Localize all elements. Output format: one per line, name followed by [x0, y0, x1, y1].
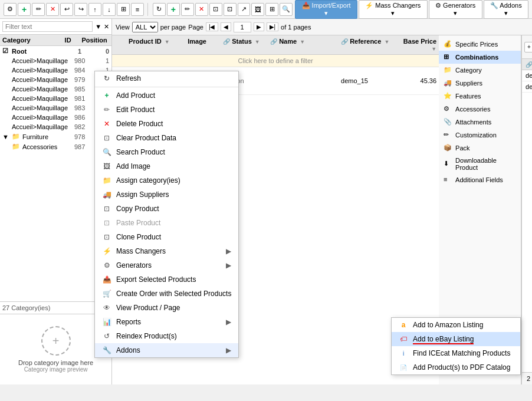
cat-label-979: Accueil>Maquillage — [12, 76, 68, 83]
addons-arrow: ▶ — [226, 346, 231, 354]
sub-item-downloadable[interactable]: ⬇ Downloadable Product — [439, 155, 521, 173]
view-select[interactable]: ALL — [132, 22, 158, 32]
suppliers-label: Suppliers — [455, 80, 482, 87]
sub-item-attachments[interactable]: 📎 Attachments — [439, 116, 521, 129]
prev-page-button[interactable]: ◀ — [221, 22, 231, 31]
add-product-toolbar-button[interactable]: + — [167, 3, 180, 16]
import-export-button[interactable]: 📥 Import/Export ▾ — [295, 0, 357, 19]
redo-button[interactable]: ↪ — [74, 3, 87, 16]
tree-item-root[interactable]: ☑ Root 1 0 — [0, 46, 111, 56]
ctx-view-product[interactable]: 👁 View Product / Page — [95, 301, 238, 315]
mass-changers-arrow: ▶ — [226, 247, 231, 255]
ctx-add-image[interactable]: 🖼 Add Image — [95, 159, 238, 173]
sub-item-specific-prices[interactable]: 💰 Specific Prices — [439, 38, 521, 51]
clear-product-icon: ⊡ — [102, 133, 111, 143]
ctx-paste-product[interactable]: ⊡ Paste Product — [95, 216, 238, 230]
undo-button[interactable]: ↩ — [60, 3, 73, 16]
suppliers-icon: 🚚 — [444, 79, 452, 87]
comb-row-1[interactable]: demo_15_b 18.60 — [522, 70, 532, 81]
ctx-mass-changers-label: Mass Changers — [116, 247, 166, 255]
ctx-generators[interactable]: ⚙ Generators ▶ — [95, 258, 238, 272]
tree-header: Category ID Position — [0, 35, 111, 46]
filter-icon-button[interactable]: ▼ — [95, 23, 101, 30]
col-status[interactable]: 🔗 Status ▼ — [221, 35, 268, 54]
add-combination-button[interactable]: + — [524, 42, 532, 52]
ctx-delete-product[interactable]: ✕ Delete Product — [95, 117, 238, 131]
next-page-button[interactable]: ▶ — [254, 22, 264, 31]
delete-category-button[interactable]: ✕ — [46, 3, 59, 16]
generators-button[interactable]: ⚙ Generators ▾ — [429, 0, 482, 19]
edit-product-toolbar-button[interactable]: ✏ — [181, 3, 194, 16]
refresh-button[interactable]: ↻ — [153, 3, 166, 16]
ctx-reports[interactable]: 📊 Reports ▶ — [95, 315, 238, 329]
ctx-mass-changers[interactable]: ⚡ Mass Changers ▶ — [95, 244, 238, 258]
col-product-id[interactable]: Product ID ▼ — [126, 35, 173, 54]
ctx-clear-product[interactable]: ⊡ Clear Product Data — [95, 131, 238, 145]
generators-ctx-icon: ⚙ — [102, 261, 111, 270]
folder-icon: 📁 — [12, 133, 20, 140]
right-pagination-toolbar: View ALL per page Page |◀ ◀ ▶ ▶| of 1 pa… — [112, 19, 532, 35]
sub-item-accessories[interactable]: ⚙ Accessories — [439, 103, 521, 116]
col-base-price[interactable]: Base Price ▼ — [398, 35, 439, 54]
multi-toolbar-button[interactable]: ⊞ — [265, 3, 278, 16]
specific-prices-icon: 💰 — [444, 40, 452, 48]
filter-clear-button[interactable]: ✕ — [104, 23, 109, 31]
comb-ref-2: demo_15_w — [522, 81, 532, 92]
filter-hint-row[interactable]: Click here to define a filter — [112, 55, 439, 67]
gear-button[interactable]: ⚙ — [4, 3, 17, 16]
addon-pdf[interactable]: 📄 Add Product(s) to PDF Catalog — [392, 360, 520, 374]
addon-amazon[interactable]: a Add to Amazon Listing — [392, 318, 520, 332]
additional-fields-icon: ≡ — [444, 176, 452, 184]
ctx-assign-suppliers[interactable]: 🚚 Assign Suppliers — [95, 188, 238, 202]
comb-table-header: 🔗 Reference Im ✏ — [522, 59, 532, 70]
addon-ebay[interactable]: 🏷 Add to eBay Listing — [392, 332, 520, 346]
filter-input[interactable] — [2, 21, 93, 32]
sub-item-features[interactable]: ⭐ Features — [439, 90, 521, 103]
expand-button[interactable]: ⊞ — [117, 3, 130, 16]
ctx-add-product[interactable]: + Add Product — [95, 88, 238, 103]
ctx-edit-product[interactable]: ✏ Edit Product — [95, 103, 238, 117]
sub-item-suppliers[interactable]: 🚚 Suppliers — [439, 77, 521, 90]
paste-toolbar-button[interactable]: ⊡ — [224, 3, 237, 16]
first-page-button[interactable]: |◀ — [206, 22, 218, 31]
sub-item-category[interactable]: 📁 Category — [439, 64, 521, 77]
ctx-export[interactable]: 📤 Export Selected Products — [95, 272, 238, 287]
ctx-addons[interactable]: 🔧 Addons ▶ — [95, 343, 238, 357]
edit-category-button[interactable]: ✏ — [32, 3, 45, 16]
move-up-button[interactable]: ↑ — [88, 3, 101, 16]
col-reference[interactable]: 🔗 Reference ▼ — [339, 35, 398, 54]
cat-label-983: Accueil>Maquillage — [12, 104, 68, 111]
sub-item-additional-fields[interactable]: ≡ Additional Fields — [439, 173, 521, 186]
add-category-button[interactable]: + — [18, 3, 31, 16]
sub-item-customization[interactable]: ✏ Customization — [439, 129, 521, 142]
move-down-button[interactable]: ↓ — [103, 3, 116, 16]
addons-button[interactable]: 🔧 Addons ▾ — [484, 0, 529, 19]
sub-item-combinations[interactable]: ⊞ Combinations — [439, 51, 521, 64]
copy-toolbar-button[interactable]: ⊡ — [209, 3, 222, 16]
ctx-refresh[interactable]: ↻ Refresh — [95, 71, 238, 86]
combinations-label: Combinations — [455, 54, 498, 61]
ctx-clone-product-label: Clone Product — [116, 233, 161, 241]
delete-product-toolbar-button[interactable]: ✕ — [195, 3, 208, 16]
comb-row-2[interactable]: demo_15_w 18.60 — [522, 81, 532, 93]
ctx-copy-product[interactable]: ⊡ Copy Product — [95, 202, 238, 216]
ctx-search-product[interactable]: 🔍 Search Product — [95, 145, 238, 159]
tree-item-980[interactable]: Accueil>Maquillage 980 1 — [0, 56, 111, 65]
col-name[interactable]: 🔗 Name ▼ — [268, 35, 339, 54]
pack-icon: 📦 — [444, 144, 452, 152]
icecat-icon: i — [399, 349, 408, 358]
addon-icecat[interactable]: i Find ICEcat Matching Products — [392, 346, 520, 360]
mass-changers-button[interactable]: ⚡ Mass Changers ▾ — [359, 0, 428, 19]
navigate-toolbar-button[interactable]: ↗ — [238, 3, 251, 16]
list-view-button[interactable]: ≡ — [131, 3, 144, 16]
zoom-toolbar-button[interactable]: 🔍 — [280, 3, 293, 16]
image-toolbar-button[interactable]: 🖼 — [251, 3, 264, 16]
ctx-create-order[interactable]: 🛒 Create Order with Selected Products — [95, 287, 238, 301]
sub-item-pack[interactable]: 📦 Pack — [439, 142, 521, 155]
ctx-assign-category[interactable]: 📁 Assign category(ies) — [95, 173, 238, 188]
ctx-reindex[interactable]: ↺ Reindex Product(s) — [95, 329, 238, 343]
page-input[interactable] — [234, 22, 251, 32]
ebay-icon: 🏷 — [399, 334, 408, 344]
last-page-button[interactable]: ▶| — [267, 22, 279, 31]
ctx-clone-product[interactable]: ⊡ Clone Product — [95, 230, 238, 244]
